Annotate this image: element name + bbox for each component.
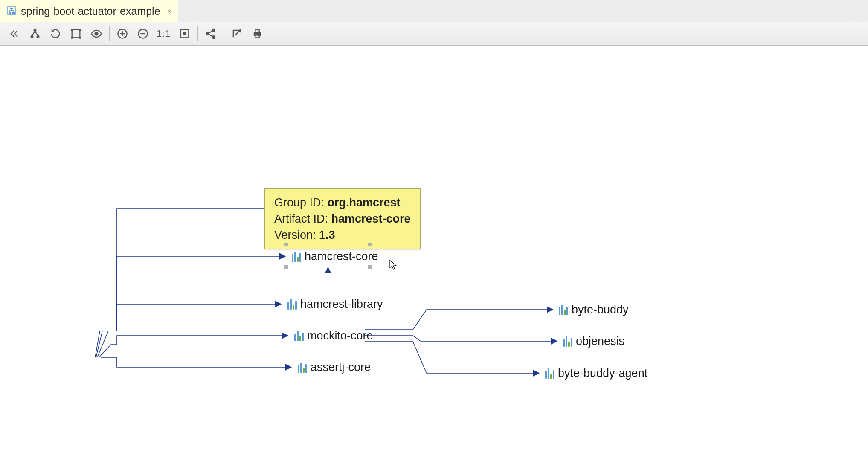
svg-line-30 [209, 34, 212, 37]
tooltip-version-label: Version: [274, 229, 319, 241]
tooltip-artifact-label: Artifact ID: [274, 212, 331, 225]
svg-rect-25 [183, 32, 186, 35]
tooltip-version-value: 1.3 [319, 229, 335, 241]
zoom-out-icon[interactable] [133, 24, 153, 43]
toolbar-separator [197, 26, 198, 41]
node-label: assertj-core [311, 361, 371, 374]
zoom-ratio-button[interactable]: 1:1 [153, 28, 174, 39]
toolbar: 1:1 [0, 22, 868, 46]
svg-line-11 [32, 31, 35, 36]
svg-point-8 [34, 29, 36, 32]
node-byte-buddy[interactable]: byte-buddy [559, 303, 629, 316]
export-icon[interactable] [226, 24, 247, 43]
svg-rect-15 [79, 29, 81, 31]
svg-line-29 [209, 31, 212, 33]
collapse-back-icon[interactable] [4, 24, 25, 43]
node-hamcrest-core[interactable]: hamcrest-core [292, 250, 378, 263]
print-icon[interactable] [247, 24, 267, 43]
library-icon [292, 252, 301, 262]
tab-title: spring-boot-actuator-example [21, 5, 160, 17]
svg-point-9 [31, 36, 33, 38]
fit-window-icon[interactable] [174, 24, 195, 43]
selection-handle[interactable] [368, 265, 372, 269]
diagram-canvas[interactable]: junit Group ID: org.hamcrest Artifact ID… [0, 46, 868, 464]
zoom-in-icon[interactable] [112, 24, 133, 43]
visibility-icon[interactable] [86, 24, 107, 43]
svg-rect-14 [71, 29, 73, 31]
selection-handle[interactable] [284, 243, 288, 246]
svg-rect-1 [10, 8, 13, 9]
svg-point-10 [37, 36, 39, 38]
tab-diagram[interactable]: spring-boot-actuator-example × [0, 0, 178, 22]
svg-point-18 [95, 32, 98, 35]
node-assertj-core[interactable]: assertj-core [298, 361, 371, 374]
toolbar-separator [224, 26, 224, 41]
svg-rect-3 [12, 12, 15, 14]
dependency-tooltip: Group ID: org.hamcrest Artifact ID: hamc… [264, 188, 421, 249]
node-label: hamcrest-library [300, 298, 383, 311]
share-icon[interactable] [200, 24, 221, 43]
refresh-icon[interactable] [45, 24, 66, 43]
select-all-icon[interactable] [66, 24, 86, 43]
close-icon[interactable]: × [167, 6, 172, 16]
library-icon [559, 305, 568, 315]
selection-handle[interactable] [284, 265, 288, 269]
node-label: byte-buddy-agent [558, 367, 647, 380]
diagram-icon [6, 6, 17, 17]
svg-rect-35 [255, 35, 259, 38]
library-icon [287, 299, 297, 310]
node-hamcrest-library[interactable]: hamcrest-library [287, 298, 383, 311]
svg-rect-2 [9, 12, 11, 14]
tab-bar: spring-boot-actuator-example × [0, 0, 868, 22]
svg-rect-13 [72, 30, 80, 38]
node-objenesis[interactable]: objenesis [563, 335, 624, 348]
svg-rect-17 [79, 37, 81, 39]
node-label: objenesis [576, 335, 624, 348]
svg-rect-16 [71, 37, 73, 39]
node-label: byte-buddy [572, 303, 629, 316]
svg-line-12 [35, 31, 38, 36]
node-label: hamcrest-core [305, 250, 378, 263]
node-mockito-core[interactable]: mockito-core [294, 329, 373, 342]
selection-handle[interactable] [368, 243, 372, 246]
toolbar-separator [109, 26, 110, 41]
library-icon [563, 336, 572, 347]
tooltip-group-label: Group ID: [274, 196, 328, 209]
library-icon [294, 331, 304, 341]
node-byte-buddy-agent[interactable]: byte-buddy-agent [545, 367, 647, 380]
diagram-edges [0, 46, 868, 464]
tooltip-artifact-value: hamcrest-core [331, 212, 411, 225]
library-icon [545, 368, 554, 379]
tooltip-group-value: org.hamcrest [328, 196, 401, 209]
tree-layout-icon[interactable] [25, 24, 45, 43]
node-label: mockito-core [307, 329, 373, 342]
library-icon [298, 362, 307, 373]
mouse-cursor-icon [389, 259, 398, 270]
svg-rect-34 [255, 30, 259, 32]
